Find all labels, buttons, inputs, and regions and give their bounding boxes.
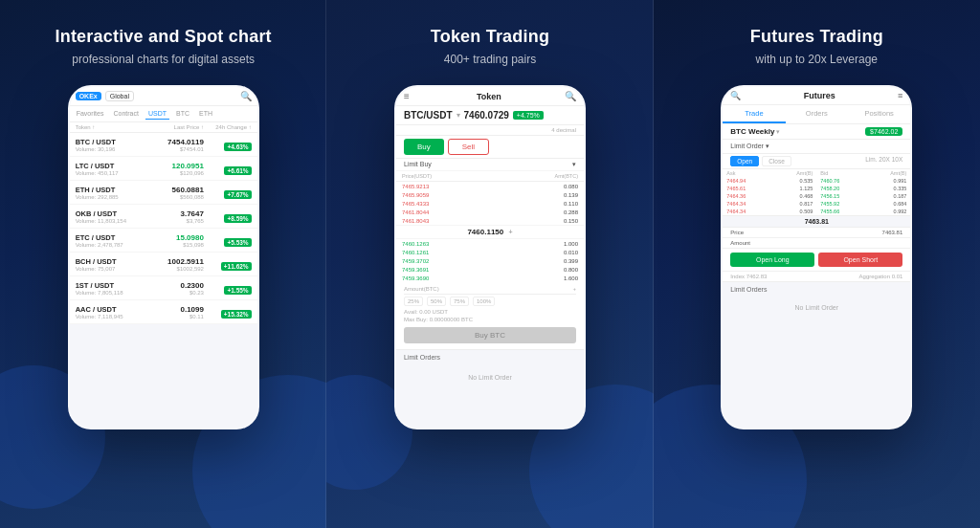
col-token: Token ↑: [76, 124, 147, 130]
futures-bids: BidAmt(B) 7460.760.991 7458.200.335 7456…: [816, 169, 910, 215]
ph2-pair-row: BTC/USDT ▾ 7460.0729 +4.75%: [396, 106, 584, 125]
limit-orders-label: Limit Orders: [396, 349, 584, 364]
tab-positions: Positions: [848, 105, 910, 123]
tab-favorites: Favorites: [74, 108, 107, 120]
ask-row: 7465.43330.110: [396, 199, 584, 208]
open-long-button[interactable]: Open Long: [730, 253, 814, 267]
limit-orders-label: Limit Orders: [723, 281, 910, 297]
phone-mockup-1: OKEx Global 🔍 Favorites Contract USDT BT…: [68, 85, 259, 429]
tab-eth: ETH: [196, 108, 215, 120]
tab-btc: BTC: [173, 108, 192, 120]
panel2-subtitle: 400+ trading pairs: [444, 53, 536, 66]
amount-section: Amount(BTC) + 25% 50% 75% 100% Avail: 0.…: [396, 282, 584, 349]
limit-type-row: Limit Buy ▾: [396, 159, 584, 171]
table-row: LTC / USDT Volume: 450,117 120.0951 $120…: [70, 157, 257, 181]
ph2-title-label: Token: [413, 92, 565, 101]
ask-row: 7464.940.535: [723, 177, 816, 185]
futures-orderbook: AskAmt(B) 7464.940.535 7465.611.125 7464…: [723, 169, 910, 215]
order-type-row: Limit Order ▾: [723, 140, 910, 154]
table-row: ETC / USDT Volume: 2,478,787 15.0980 $15…: [70, 229, 257, 253]
index-row: Index 7462.83 Aggregation 0.01: [723, 271, 910, 281]
panel1-subtitle: professional charts for digital assets: [72, 53, 255, 66]
global-badge: Global: [105, 91, 134, 101]
futures-asks: AskAmt(B) 7464.940.535 7465.611.125 7464…: [723, 169, 816, 215]
bid-row: 7459.36901.600: [396, 274, 584, 282]
ask-row: 7464.340.509: [723, 208, 816, 215]
tab-open: Open: [730, 156, 759, 166]
bid-row: 7460.12610.010: [396, 248, 584, 256]
phone-mockup-2: ≡ Token 🔍 BTC/USDT ▾ 7460.0729 +4.75% 4 …: [394, 85, 586, 429]
table-row: ETH / USDT Volume: 292,885 560.0881 $560…: [70, 181, 257, 205]
open-short-button[interactable]: Open Short: [818, 253, 902, 267]
ph2-header: ≡ Token 🔍: [396, 87, 584, 106]
panel-futures-trading: Futures Trading with up to 20x Leverage …: [654, 0, 980, 528]
ask-row: 7461.80430.150: [396, 216, 584, 225]
col-price: Last Price ↑: [146, 124, 204, 130]
chevron-down-icon: ▾: [457, 111, 460, 120]
ask-row: 7465.90590.139: [396, 190, 584, 199]
ask-row: 7461.80440.288: [396, 208, 584, 216]
percentage-row: 25% 50% 75% 100%: [404, 295, 576, 308]
tab-contract: Contract: [110, 108, 141, 120]
column-headers: Token ↑ Last Price ↑ 24h Change ↑: [70, 122, 257, 133]
okex-badge: OKEx: [76, 92, 101, 100]
panel-interactive-chart: Interactive and Spot chart professional …: [0, 0, 326, 528]
price-input-row: Price 7463.81: [723, 228, 910, 238]
asks-column: Price(USDT) Amt(BTC) 7465.92130.080 7465…: [396, 171, 584, 225]
ph3-pair-row: BTC Weekly ▾ $7462.02: [723, 124, 910, 140]
tab-usdt: USDT: [145, 108, 169, 120]
phone1-header: OKEx Global 🔍: [70, 87, 257, 106]
amount-input-row: Amount: [723, 238, 910, 249]
bid-row: 7455.920.684: [816, 200, 910, 208]
bid-row: 7458.200.335: [816, 185, 910, 192]
buy-button[interactable]: Buy: [404, 139, 444, 155]
table-row: AAC / USDT Volume: 7,118,945 0.1099 $0.1…: [70, 300, 257, 324]
ask-row: 7464.340.817: [723, 200, 816, 208]
bids-section: 7460.12631.000 7460.12610.010 7459.37020…: [396, 239, 584, 282]
ph3-title-label: Futures: [741, 91, 898, 100]
buy-btc-button[interactable]: Buy BTC: [404, 327, 576, 343]
search-icon: 🔍: [240, 91, 252, 101]
phone-mockup-3: 🔍 Futures ≡ Trade Orders Positions BTC W…: [721, 85, 912, 429]
token-list: BTC / USDT Volume: 30,196 7454.0119 $745…: [70, 133, 257, 324]
no-order-message: No Limit Order: [723, 297, 910, 319]
bid-row: 7460.12631.000: [396, 239, 584, 248]
decimal-row: 4 decimal: [396, 125, 584, 136]
col-change: 24h Change ↑: [204, 124, 252, 130]
ask-row: 7465.92130.080: [396, 182, 584, 190]
panel1-title: Interactive and Spot chart: [56, 27, 272, 47]
futures-price-badge: $7462.02: [865, 127, 902, 136]
sell-button[interactable]: Sell: [448, 139, 489, 155]
chevron-down-icon: ▾: [776, 128, 780, 136]
orderbook: Price(USDT) Amt(BTC) 7465.92130.080 7465…: [396, 171, 584, 225]
bid-row: 7459.37020.399: [396, 256, 584, 265]
no-order-message: No Limit Order: [396, 364, 584, 390]
menu-icon: ≡: [898, 91, 902, 100]
search-icon: 🔍: [565, 91, 576, 101]
table-row: BTC / USDT Volume: 30,196 7454.0119 $745…: [70, 133, 257, 157]
bid-row: 7455.660.992: [816, 208, 910, 215]
phone1-tabs: Favorites Contract USDT BTC ETH: [70, 106, 257, 122]
panel-token-trading: Token Trading 400+ trading pairs ≡ Token…: [326, 0, 653, 528]
buy-sell-row: Buy Sell: [396, 136, 584, 159]
ask-row: 7465.611.125: [723, 185, 816, 192]
panel2-title: Token Trading: [431, 27, 549, 47]
open-close-tabs: Open Close Lim. 20X 10X: [723, 154, 910, 169]
max-buy: Max Buy: 0.00000000 BTC: [404, 316, 576, 323]
table-row: 1ST / USDT Volume: 7,805,118 0.2300 $0.2…: [70, 276, 257, 300]
futures-mid-price: 7463.81: [723, 215, 910, 228]
trade-tabs: Trade Orders Positions: [723, 105, 910, 124]
menu-icon: ≡: [404, 91, 410, 101]
mid-price: 7460.1150 +: [396, 225, 584, 239]
bids-column: 7460.12631.000 7460.12610.010 7459.37020…: [396, 239, 584, 282]
long-short-buttons: Open Long Open Short: [723, 249, 910, 271]
tab-close: Close: [762, 156, 791, 166]
tab-trade: Trade: [723, 105, 785, 123]
ph3-header: 🔍 Futures ≡: [723, 87, 910, 105]
search-icon: 🔍: [730, 91, 741, 100]
current-price: 7460.0729: [464, 110, 509, 121]
table-row: OKB / USDT Volume: 11,803,154 3.7647 $3,…: [70, 205, 257, 229]
ask-row: 7464.360.468: [723, 192, 816, 200]
tab-orders: Orders: [786, 105, 848, 123]
table-row: BCH / USDT Volume: 75,007 1002.5911 $100…: [70, 253, 257, 276]
